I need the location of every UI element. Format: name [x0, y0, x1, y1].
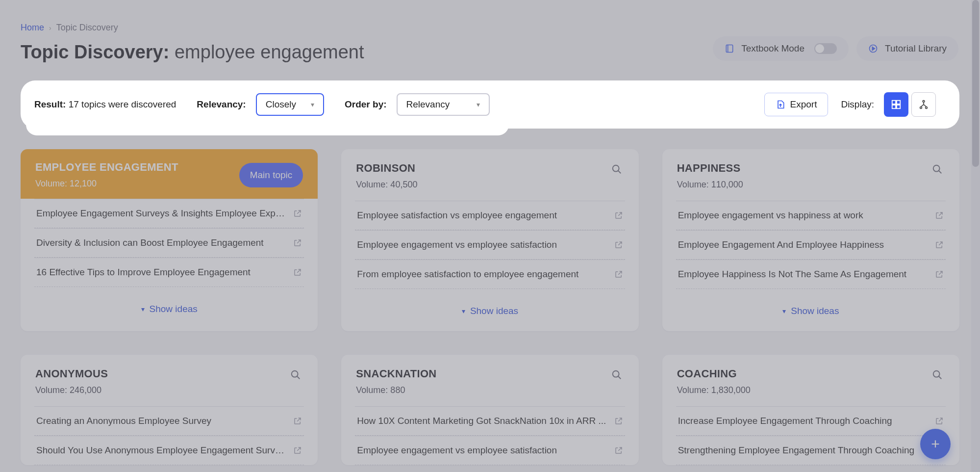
external-link-icon[interactable]: [293, 446, 302, 455]
topic-idea-row[interactable]: Employee Engagement And Employee Happine…: [676, 230, 946, 260]
svg-point-11: [292, 371, 298, 377]
topic-card-volume: Volume: 12,100: [35, 179, 239, 189]
topic-card: COACHING Volume: 1,830,000 Increase Empl…: [662, 355, 959, 465]
topic-idea-row[interactable]: Creating an Anonymous Employee Survey: [34, 406, 304, 436]
topic-card: ANONYMOUS Volume: 246,000 Creating an An…: [21, 355, 318, 465]
display-label: Display:: [841, 99, 874, 110]
grid-view-button[interactable]: [884, 92, 908, 117]
svg-rect-5: [897, 105, 900, 108]
chevron-down-icon: ▾: [782, 307, 786, 315]
svg-point-6: [923, 101, 925, 103]
topic-card: SNACKNATION Volume: 880 How 10X Content …: [341, 355, 638, 465]
topic-idea-row[interactable]: Employee satisfaction vs employee engage…: [355, 201, 625, 230]
topic-idea-row[interactable]: Employee engagement vs employee satisfac…: [355, 436, 625, 465]
search-icon: [611, 164, 622, 175]
topic-idea-text: Increase Employee Engagement Through Coa…: [678, 416, 935, 426]
topic-idea-row[interactable]: Strengthening Employee Engagement Throug…: [676, 436, 946, 465]
show-ideas-button[interactable]: ▾ Show ideas: [662, 289, 959, 331]
topic-card: EMPLOYEE ENGAGEMENT Volume: 12,100 Main …: [21, 149, 318, 331]
show-ideas-label: Show ideas: [150, 304, 198, 315]
topic-card-header: COACHING Volume: 1,830,000: [662, 355, 959, 406]
topic-idea-row[interactable]: Employee Engagement Surveys & Insights E…: [34, 199, 304, 228]
topic-card: HAPPINESS Volume: 110,000 Employee engag…: [662, 149, 959, 331]
scrollbar[interactable]: [971, 0, 980, 472]
show-ideas-button[interactable]: ▾ Show ideas: [341, 289, 638, 331]
grid-icon: [891, 99, 902, 110]
topic-idea-row[interactable]: Employee Happiness Is Not The Same As En…: [676, 260, 946, 289]
play-circle-icon: [868, 44, 878, 53]
orderby-select[interactable]: Relevancy ▾: [397, 93, 490, 116]
topic-idea-text: Employee Happiness Is Not The Same As En…: [678, 269, 935, 280]
topic-card-header: SNACKNATION Volume: 880: [341, 355, 638, 406]
topic-card: ROBINSON Volume: 40,500 Employee satisfa…: [341, 149, 638, 331]
external-link-icon[interactable]: [293, 238, 302, 247]
topic-idea-row[interactable]: From employee satisfaction to employee e…: [355, 260, 625, 289]
external-link-icon[interactable]: [614, 211, 623, 220]
search-topic-button[interactable]: [930, 367, 945, 382]
filter-bar: Result: 17 topics were discovered Releva…: [21, 80, 959, 129]
textbook-mode-toggle[interactable]: Textbook Mode: [713, 36, 849, 61]
topic-card-title: COACHING: [677, 367, 930, 380]
chevron-down-icon: ▾: [141, 305, 145, 313]
svg-point-12: [612, 371, 619, 377]
external-link-icon[interactable]: [935, 417, 944, 425]
svg-rect-0: [726, 45, 732, 52]
external-link-icon[interactable]: [293, 268, 302, 277]
chevron-down-icon: ▾: [462, 307, 465, 315]
external-link-icon[interactable]: [614, 446, 623, 455]
topic-idea-text: Should You Use Anonymous Employee Engage…: [36, 445, 293, 456]
external-link-icon[interactable]: [935, 240, 944, 249]
tutorial-library-button[interactable]: Tutorial Library: [856, 36, 958, 61]
topic-card-header: EMPLOYEE ENGAGEMENT Volume: 12,100 Main …: [21, 149, 318, 199]
topic-idea-text: Strengthening Employee Engagement Throug…: [678, 445, 935, 456]
chevron-right-icon: ›: [49, 24, 51, 32]
breadcrumb: Home › Topic Discovery: [21, 23, 959, 33]
search-topic-button[interactable]: [609, 367, 624, 382]
topic-idea-text: Employee Engagement Surveys & Insights E…: [36, 208, 293, 219]
show-ideas-button[interactable]: ▾ Show ideas: [21, 287, 318, 329]
topic-idea-row[interactable]: How 10X Content Marketing Got SnackNatio…: [355, 406, 625, 436]
search-icon: [611, 369, 622, 380]
show-ideas-label: Show ideas: [791, 306, 839, 316]
tree-view-button[interactable]: [911, 92, 936, 117]
topic-idea-row[interactable]: Diversity & Inclusion can Boost Employee…: [34, 228, 304, 258]
topic-card-title: ANONYMOUS: [35, 367, 288, 380]
show-ideas-label: Show ideas: [470, 306, 518, 316]
relevancy-filter-label: Relevancy:: [197, 99, 246, 110]
external-link-icon[interactable]: [293, 209, 302, 218]
external-link-icon[interactable]: [614, 240, 623, 249]
svg-point-8: [926, 107, 928, 109]
export-button[interactable]: Export: [764, 93, 829, 116]
svg-point-13: [933, 371, 940, 377]
topic-idea-text: Employee satisfaction vs employee engage…: [357, 210, 614, 221]
topic-idea-row[interactable]: Increase Employee Engagement Through Coa…: [676, 406, 946, 436]
search-topic-button[interactable]: [930, 162, 945, 177]
topic-idea-text: Employee engagement vs employee satisfac…: [357, 445, 614, 456]
external-link-icon[interactable]: [935, 211, 944, 220]
add-fab-button[interactable]: +: [920, 429, 951, 459]
toggle-switch[interactable]: [814, 43, 837, 54]
search-topic-button[interactable]: [609, 162, 624, 177]
external-link-icon[interactable]: [293, 417, 302, 425]
svg-rect-3: [897, 101, 900, 104]
scrollbar-thumb[interactable]: [972, 0, 979, 167]
topic-idea-row[interactable]: 16 Effective Tips to Improve Employee En…: [34, 258, 304, 287]
external-link-icon[interactable]: [614, 270, 623, 279]
topic-card-header: ROBINSON Volume: 40,500: [341, 149, 638, 201]
search-icon: [932, 164, 943, 175]
search-topic-button[interactable]: [288, 367, 303, 382]
relevancy-select[interactable]: Closely ▾: [256, 93, 324, 116]
topic-idea-row[interactable]: Employee engagement vs employee satisfac…: [355, 230, 625, 260]
breadcrumb-home[interactable]: Home: [21, 23, 44, 33]
topic-card-title: HAPPINESS: [677, 162, 930, 175]
topic-idea-row[interactable]: Employee engagement vs happiness at work: [676, 201, 946, 230]
topic-idea-text: 16 Effective Tips to Improve Employee En…: [36, 267, 293, 278]
external-link-icon[interactable]: [935, 270, 944, 279]
topic-idea-row[interactable]: Should You Use Anonymous Employee Engage…: [34, 436, 304, 465]
external-link-icon[interactable]: [614, 417, 623, 425]
topic-card-title: EMPLOYEE ENGAGEMENT: [35, 161, 239, 174]
topic-idea-text: Employee Engagement And Employee Happine…: [678, 239, 935, 250]
result-label: Result: 17 topics were discovered: [34, 99, 176, 110]
topic-card-header: ANONYMOUS Volume: 246,000: [21, 355, 318, 406]
topic-idea-text: Employee engagement vs employee satisfac…: [357, 239, 614, 250]
